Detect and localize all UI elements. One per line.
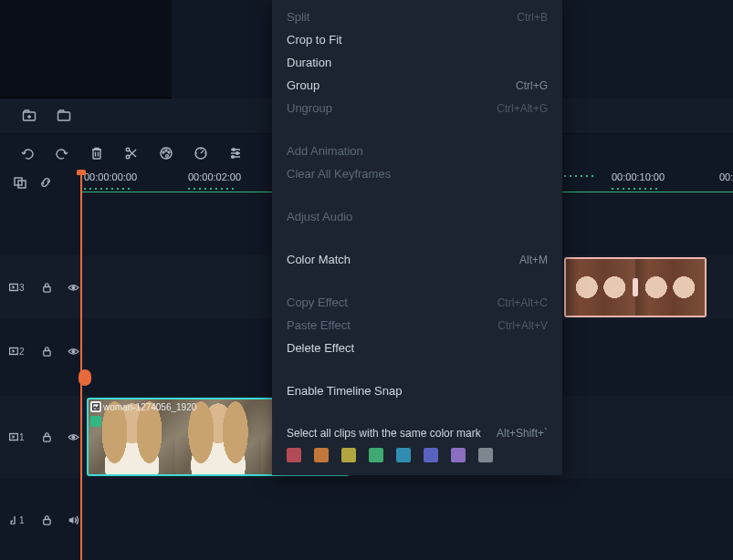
eye-icon[interactable]	[67, 280, 80, 295]
svg-rect-22	[44, 436, 50, 441]
ruler-tick: 00:00:10:00	[612, 171, 665, 182]
match-frame-icon[interactable]	[13, 175, 27, 190]
svg-point-11	[236, 151, 239, 154]
lock-icon[interactable]	[40, 344, 54, 358]
playhead[interactable]	[80, 171, 82, 560]
adjust-icon[interactable]	[228, 146, 243, 161]
track-label: 1	[9, 515, 27, 525]
lock-icon[interactable]	[40, 280, 54, 295]
color-swatch[interactable]	[341, 448, 356, 462]
add-folder-icon[interactable]	[22, 109, 37, 123]
lock-icon[interactable]	[40, 430, 54, 444]
playhead-handle[interactable]	[79, 369, 91, 386]
split-icon[interactable]	[124, 146, 139, 161]
menu-duration[interactable]: Duration	[272, 51, 562, 74]
svg-point-17	[72, 286, 75, 289]
svg-rect-25	[44, 519, 50, 524]
svg-rect-1	[58, 112, 70, 120]
svg-point-23	[72, 436, 75, 439]
menu-delete-effect[interactable]: Delete Effect	[272, 337, 562, 359]
speaker-icon[interactable]	[67, 513, 80, 527]
svg-point-6	[165, 150, 167, 151]
menu-add-animation: Add Animation	[272, 140, 562, 162]
audio-track-1[interactable]: 1	[0, 494, 733, 545]
menu-clear-keyframes: Clear All Keyframes	[272, 162, 562, 185]
ruler-tick: 00:00:02:00	[188, 171, 241, 182]
undo-icon[interactable]	[20, 146, 35, 161]
color-swatch[interactable]	[369, 448, 383, 462]
menu-paste-effect: Paste EffectCtrl+Alt+V	[272, 314, 562, 337]
clip-effect-badge	[90, 416, 101, 427]
clip-title: woman-1274056_1920	[90, 401, 196, 412]
color-swatch[interactable]	[287, 448, 301, 462]
color-swatch[interactable]	[451, 448, 466, 462]
ruler-tick: 00:	[719, 171, 733, 182]
menu-adjust-audio: Adjust Audio	[272, 205, 562, 228]
svg-rect-16	[44, 286, 50, 292]
svg-point-8	[166, 154, 169, 157]
svg-rect-2	[93, 150, 100, 159]
timeline-clip[interactable]	[564, 257, 707, 317]
ruler-tick: 00:00:00:00	[84, 171, 137, 182]
svg-point-7	[168, 151, 170, 153]
menu-ungroup: UngroupCtrl+Alt+G	[272, 97, 562, 119]
menu-split: SplitCtrl+B	[272, 5, 562, 28]
lock-icon[interactable]	[40, 513, 54, 527]
preview-panel	[0, 0, 172, 99]
svg-point-12	[232, 155, 235, 158]
clip-trim-handle[interactable]	[633, 278, 638, 296]
svg-point-20	[72, 350, 75, 353]
context-menu: SplitCtrl+B Crop to Fit Duration GroupCt…	[272, 0, 562, 475]
svg-rect-19	[44, 350, 50, 356]
color-swatch[interactable]	[314, 448, 329, 462]
menu-copy-effect: Copy EffectCtrl+Alt+C	[272, 291, 562, 314]
color-icon[interactable]	[159, 146, 173, 161]
svg-point-5	[162, 151, 164, 153]
redo-icon[interactable]	[55, 146, 69, 161]
link-icon[interactable]	[38, 175, 53, 190]
track-label: 1	[9, 432, 27, 442]
color-swatch[interactable]	[396, 448, 411, 462]
menu-color-match[interactable]: Color MatchAlt+M	[272, 248, 562, 271]
menu-timeline-snap[interactable]: Enable Timeline Snap	[272, 379, 562, 402]
image-icon	[90, 401, 101, 412]
track-label: 2	[9, 347, 27, 357]
color-swatch[interactable]	[424, 448, 438, 462]
color-mark-swatches	[272, 444, 562, 464]
color-swatch[interactable]	[478, 448, 493, 462]
folder-icon[interactable]	[57, 109, 71, 123]
track-label: 3	[9, 283, 27, 293]
svg-point-10	[233, 148, 236, 150]
eye-icon[interactable]	[67, 344, 80, 358]
menu-select-by-color[interactable]: Select all clips with the same color mar…	[272, 422, 562, 444]
menu-crop-to-fit[interactable]: Crop to Fit	[272, 28, 562, 51]
menu-group[interactable]: GroupCtrl+G	[272, 74, 562, 97]
delete-icon[interactable]	[89, 146, 104, 161]
speed-icon[interactable]	[194, 146, 208, 161]
eye-icon[interactable]	[67, 430, 80, 444]
